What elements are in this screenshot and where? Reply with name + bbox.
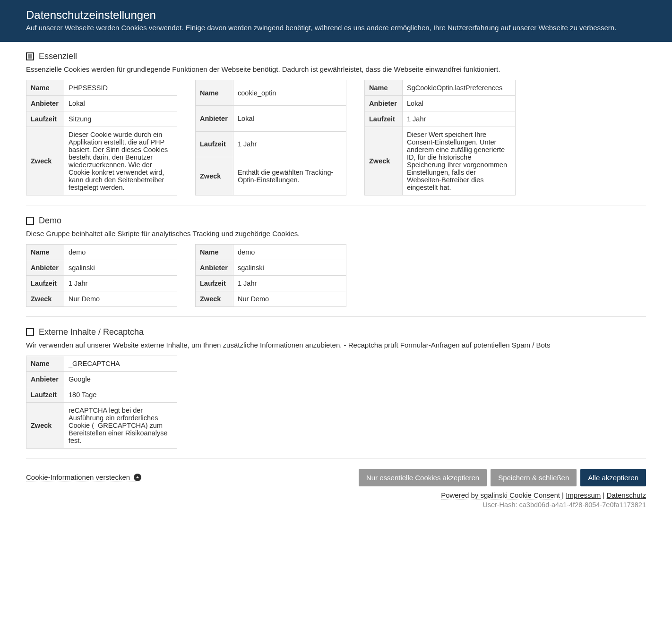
cookie-table: NamedemoAnbietersgalinskiLaufzeit1 JahrZ… bbox=[195, 244, 346, 307]
hide-info-label: Cookie-Informationen verstecken bbox=[26, 473, 130, 481]
dialog-title: Datenschutzeinstellungen bbox=[26, 8, 646, 22]
cookie-value: 180 Tage bbox=[64, 387, 177, 403]
cookie-value: 1 Jahr bbox=[233, 131, 346, 157]
cookie-value: reCAPTCHA legt bei der Ausführung ein er… bbox=[64, 403, 177, 449]
cookie-value: Lokal bbox=[64, 96, 177, 111]
chevron-up-icon bbox=[134, 474, 141, 481]
accept-all-button[interactable]: Alle akzeptieren bbox=[580, 469, 646, 486]
imprint-link[interactable]: Impressum bbox=[566, 491, 601, 499]
separator bbox=[26, 316, 646, 317]
cookie-label: Laufzeit bbox=[196, 276, 233, 291]
group-desc: Diese Gruppe beinhaltet alle Skripte für… bbox=[26, 229, 646, 238]
cookie-value: Google bbox=[64, 372, 177, 387]
cookie-value: SgCookieOptin.lastPreferences bbox=[403, 80, 516, 96]
cookie-value: Enthält die gewählten Tracking-Optin-Ein… bbox=[233, 157, 346, 195]
footer-meta: Powered by sgalinski Cookie Consent | Im… bbox=[26, 491, 646, 509]
group-checkbox-essential[interactable] bbox=[26, 52, 34, 60]
cookie-label: Anbieter bbox=[365, 96, 403, 111]
group-checkbox-demo[interactable] bbox=[26, 217, 34, 225]
cookie-value: sgalinski bbox=[233, 260, 346, 276]
powered-by-link[interactable]: Powered by sgalinski Cookie Consent bbox=[441, 491, 562, 500]
group-title: Essenziell bbox=[39, 51, 77, 61]
cookie-label: Anbieter bbox=[26, 96, 64, 111]
cookie-label: Zweck bbox=[26, 127, 64, 195]
group-checkbox-external[interactable] bbox=[26, 328, 34, 336]
cookie-label: Zweck bbox=[196, 291, 233, 307]
cookie-value: 1 Jahr bbox=[403, 111, 516, 127]
cookie-label: Zweck bbox=[196, 157, 233, 195]
cookie-value: 1 Jahr bbox=[64, 276, 177, 291]
cookie-value: demo bbox=[64, 245, 177, 260]
cookie-label: Anbieter bbox=[196, 106, 233, 131]
group-desc: Wir verwenden auf unserer Website extern… bbox=[26, 341, 646, 349]
user-hash: User-Hash: ca3bd06d-a4a1-4f28-8054-7e0fa… bbox=[26, 501, 646, 509]
cookie-table: NamedemoAnbietersgalinskiLaufzeit1 JahrZ… bbox=[26, 244, 177, 307]
cookie-label: Name bbox=[26, 356, 64, 372]
cookie-label: Laufzeit bbox=[365, 111, 403, 127]
cookie-value: sgalinski bbox=[64, 260, 177, 276]
dialog-header: Datenschutzeinstellungen Auf unserer Web… bbox=[0, 0, 672, 42]
cookie-label: Zweck bbox=[365, 127, 403, 195]
separator bbox=[26, 458, 646, 459]
group-desc: Essenzielle Cookies werden für grundlege… bbox=[26, 65, 646, 73]
cookie-value: Nur Demo bbox=[233, 291, 346, 307]
cookie-table: NamePHPSESSIDAnbieterLokalLaufzeitSitzun… bbox=[26, 80, 177, 195]
cookie-value: Nur Demo bbox=[64, 291, 177, 307]
cookie-label: Zweck bbox=[26, 291, 64, 307]
group-title: Demo bbox=[39, 216, 61, 226]
cookie-value: 1 Jahr bbox=[233, 276, 346, 291]
save-close-button[interactable]: Speichern & schließen bbox=[491, 469, 577, 486]
cookie-label: Name bbox=[26, 80, 64, 96]
cookie-value: Dieser Wert speichert Ihre Consent-Einst… bbox=[403, 127, 516, 195]
cookie-label: Name bbox=[26, 245, 64, 260]
cookie-value: Lokal bbox=[403, 96, 516, 111]
hide-cookie-info-link[interactable]: Cookie-Informationen verstecken bbox=[26, 473, 141, 482]
cookie-table: Name_GRECAPTCHAAnbieterGoogleLaufzeit180… bbox=[26, 356, 177, 449]
cookie-value: PHPSESSID bbox=[64, 80, 177, 96]
cookie-value: Dieser Cookie wurde durch ein Applikatio… bbox=[64, 127, 177, 195]
cookie-label: Laufzeit bbox=[26, 387, 64, 403]
cookie-table: NameSgCookieOptin.lastPreferencesAnbiete… bbox=[364, 80, 516, 195]
cookie-value: cookie_optin bbox=[233, 80, 346, 106]
cookie-value: _GRECAPTCHA bbox=[64, 356, 177, 372]
accept-essential-button[interactable]: Nur essentielle Cookies akzeptieren bbox=[359, 469, 487, 486]
cookie-table: Namecookie_optinAnbieterLokalLaufzeit1 J… bbox=[195, 80, 346, 195]
cookie-value: Sitzung bbox=[64, 111, 177, 127]
privacy-link[interactable]: Datenschutz bbox=[607, 491, 646, 499]
cookie-value: Lokal bbox=[233, 106, 346, 131]
cookie-label: Anbieter bbox=[196, 260, 233, 276]
cookie-label: Name bbox=[365, 80, 403, 96]
group-title: Externe Inhalte / Recaptcha bbox=[39, 327, 144, 337]
cookie-label: Anbieter bbox=[26, 260, 64, 276]
cookie-label: Laufzeit bbox=[26, 111, 64, 127]
cookie-label: Laufzeit bbox=[26, 276, 64, 291]
cookie-label: Zweck bbox=[26, 403, 64, 449]
dialog-subtitle: Auf unserer Webseite werden Cookies verw… bbox=[26, 24, 646, 32]
separator bbox=[26, 205, 646, 205]
cookie-label: Name bbox=[196, 80, 233, 106]
cookie-label: Anbieter bbox=[26, 372, 64, 387]
cookie-label: Laufzeit bbox=[196, 131, 233, 157]
cookie-value: demo bbox=[233, 245, 346, 260]
cookie-label: Name bbox=[196, 245, 233, 260]
